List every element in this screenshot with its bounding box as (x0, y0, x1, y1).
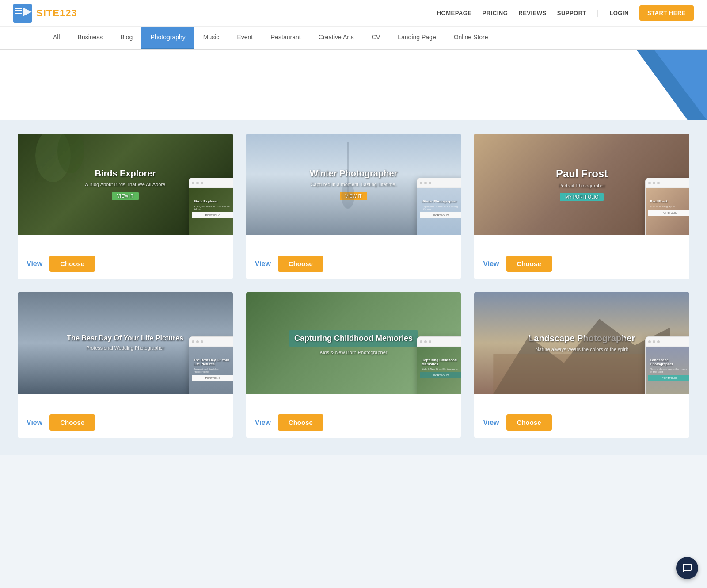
card-actions-landscape: View Choose (474, 407, 689, 438)
templates-grid: Birds Explorer A Blog About Birds That W… (18, 134, 689, 438)
mobile-mockup-winter: Winter Photographer Captured in a moment… (417, 178, 461, 235)
category-blog[interactable]: Blog (111, 27, 141, 49)
preview-text-wedding: The Best Day Of Your Life Pictures Profe… (58, 325, 192, 360)
choose-button-paul[interactable]: Choose (506, 256, 552, 272)
template-card-landscape: Landscape Photographer Nature always wea… (474, 292, 689, 438)
mobile-top-bar-paul (646, 178, 689, 188)
mobile-dot-1 (648, 340, 651, 343)
mobile-dot-3 (657, 182, 660, 184)
choose-button-birds[interactable]: Choose (49, 256, 95, 272)
template-card-birds-explorer: Birds Explorer A Blog About Birds That W… (18, 134, 233, 279)
mobile-mockup-wedding: The Best Day Of Your Life Pictures Profe… (189, 336, 233, 394)
mobile-content-wedding: The Best Day Of Your Life Pictures Profe… (189, 347, 233, 394)
svg-rect-3 (15, 13, 22, 14)
main-content: Birds Explorer A Blog About Birds That W… (0, 120, 707, 455)
mobile-top-bar-winter (417, 178, 461, 188)
logo[interactable]: SITE123 (13, 4, 77, 23)
preview-btn-paul: MY PORTFOLIO (560, 193, 604, 201)
mobile-dot-3 (201, 340, 203, 343)
mobile-dot-3 (429, 340, 431, 343)
view-link-winter[interactable]: View (255, 260, 271, 268)
view-link-paul[interactable]: View (483, 260, 499, 268)
category-landing-page[interactable]: Landing Page (389, 27, 445, 49)
choose-button-landscape[interactable]: Choose (506, 414, 552, 431)
mobile-content-birds: Birds Explorer A Blog About Birds That W… (189, 188, 233, 235)
choose-button-childhood[interactable]: Choose (278, 414, 323, 431)
preview-text-paul: Paul Frost Portrait Photographer MY PORT… (547, 159, 616, 210)
svg-rect-2 (15, 10, 22, 11)
svg-rect-1 (15, 8, 22, 9)
mobile-dot-1 (192, 182, 194, 184)
mobile-dot-1 (648, 182, 651, 184)
mobile-mockup-landscape: Landscape Photographer Nature always wea… (645, 336, 689, 394)
choose-button-wedding[interactable]: Choose (49, 414, 95, 431)
mobile-section-birds: PORTFOLIO (192, 212, 233, 218)
mobile-section-winter: PORTFOLIO (420, 212, 461, 218)
mobile-dot-1 (420, 182, 422, 184)
mobile-dot-2 (424, 340, 427, 343)
mobile-content-childhood: Capturing Childhood Memories Kids & New … (417, 347, 461, 394)
mobile-dot-1 (420, 340, 422, 343)
card-actions-paul: View Choose (474, 248, 689, 279)
template-card-alan-smith: The Best Day Of Your Life Pictures Profe… (18, 292, 233, 438)
mobile-section-wedding: PORTFOLIO (192, 375, 233, 381)
mobile-top-bar-birds (189, 178, 233, 188)
view-link-birds[interactable]: View (27, 260, 42, 268)
hero-area (0, 50, 707, 120)
mobile-section-paul: PORTFOLIO (648, 210, 689, 216)
mobile-dot-2 (196, 182, 199, 184)
preview-text-childhood: Capturing Childhood Memories Kids & New … (280, 321, 427, 365)
nav-support[interactable]: SUPPORT (557, 10, 586, 16)
template-card-childhood: Capturing Childhood Memories Kids & New … (246, 292, 461, 438)
nav-login[interactable]: LOGIN (609, 10, 629, 16)
mobile-top-bar-wedding (189, 337, 233, 347)
view-link-childhood[interactable]: View (255, 419, 271, 427)
category-cv[interactable]: CV (363, 27, 389, 49)
view-link-landscape[interactable]: View (483, 419, 499, 427)
mobile-mockup-paul: Paul Frost Portrait Photographer PORTFOL… (645, 178, 689, 235)
choose-button-winter[interactable]: Choose (278, 256, 323, 272)
start-here-button[interactable]: START HERE (639, 5, 694, 21)
category-photography[interactable]: Photography (141, 27, 194, 49)
card-actions-winter: View Choose (246, 248, 461, 279)
mobile-content-landscape: Landscape Photographer Nature always wea… (646, 347, 689, 394)
mobile-content-winter: Winter Photographer Captured in a moment… (417, 188, 461, 235)
category-event[interactable]: Event (228, 27, 262, 49)
template-card-winter: Winter Photographer Captured in a moment… (246, 134, 461, 279)
hero-decoration-light (654, 50, 707, 120)
template-preview-landscape: Landscape Photographer Nature always wea… (474, 292, 689, 394)
category-creative-arts[interactable]: Creative Arts (310, 27, 363, 49)
category-online-store[interactable]: Online Store (445, 27, 497, 49)
logo-icon (13, 4, 32, 23)
svg-rect-11 (494, 354, 670, 394)
nav-homepage[interactable]: HOMEPAGE (437, 10, 472, 16)
mobile-section-landscape: PORTFOLIO (648, 375, 689, 381)
nav-pricing[interactable]: PRICING (483, 10, 508, 16)
category-restaurant[interactable]: Restaurant (262, 27, 309, 49)
header: SITE123 HOMEPAGE PRICING REVIEWS SUPPORT… (0, 0, 707, 27)
mobile-content-paul: Paul Frost Portrait Photographer PORTFOL… (646, 188, 689, 235)
main-nav: HOMEPAGE PRICING REVIEWS SUPPORT | LOGIN… (437, 5, 694, 21)
view-link-wedding[interactable]: View (27, 419, 42, 427)
mobile-dot-2 (196, 340, 199, 343)
nav-reviews[interactable]: REVIEWS (518, 10, 546, 16)
card-actions-childhood: View Choose (246, 407, 461, 438)
preview-btn-birds: VIEW IT (112, 192, 139, 200)
nav-divider: | (597, 9, 599, 17)
card-actions-wedding: View Choose (18, 407, 233, 438)
mobile-top-bar-childhood (417, 337, 461, 347)
category-music[interactable]: Music (194, 27, 228, 49)
template-preview-paul-frost: Paul Frost Portrait Photographer MY PORT… (474, 134, 689, 235)
mobile-dot-1 (192, 340, 194, 343)
template-preview-childhood: Capturing Childhood Memories Kids & New … (246, 292, 461, 394)
mobile-dot-2 (424, 182, 427, 184)
category-bar: All Business Blog Photography Music Even… (0, 27, 707, 50)
mobile-mockup-childhood: Capturing Childhood Memories Kids & New … (417, 336, 461, 394)
mobile-top-bar-landscape (646, 337, 689, 347)
template-preview-birds-explorer: Birds Explorer A Blog About Birds That W… (18, 134, 233, 235)
category-business[interactable]: Business (69, 27, 112, 49)
template-preview-alan-smith: The Best Day Of Your Life Pictures Profe… (18, 292, 233, 394)
category-all[interactable]: All (44, 27, 69, 49)
template-card-paul-frost: Paul Frost Portrait Photographer MY PORT… (474, 134, 689, 279)
mobile-dot-3 (201, 182, 203, 184)
